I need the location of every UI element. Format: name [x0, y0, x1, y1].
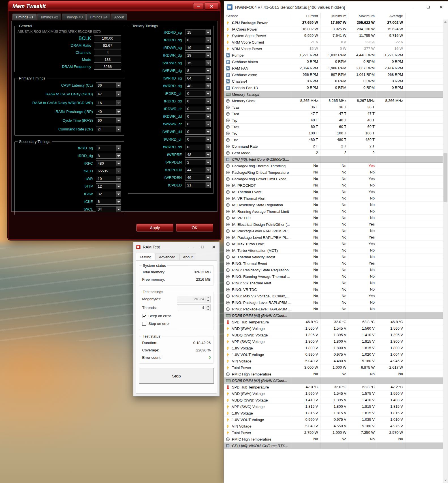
- timing-combobox[interactable]: 44: [185, 167, 211, 173]
- checkbox-row[interactable]: Stop on error: [139, 320, 214, 327]
- hwinfo-titlebar[interactable]: HWiNFO64 v7.41-5015 Sensor Status [406 v…: [224, 1, 448, 13]
- sensor-row[interactable]: Gehäuse hinten 0 RPM 0 RPM 0 RPM 0 RPM: [224, 59, 443, 65]
- timing-combobox[interactable]: 8: [96, 145, 121, 151]
- chevron-down-icon[interactable]: [206, 45, 210, 50]
- chevron-down-icon[interactable]: [206, 60, 210, 66]
- column-header-maximum[interactable]: Maximum: [349, 13, 377, 19]
- sensor-row[interactable]: VDD (SWA) Voltage 1.560 V 1.545 V 1.560 …: [224, 325, 443, 332]
- timing-combobox[interactable]: 48: [185, 83, 211, 89]
- sensor-row[interactable]: Gehäuse vorne 956 RPM 907 RPM 1,061 RPM …: [224, 72, 443, 78]
- sensor-row[interactable]: IA: Package-Level RAPL/PBM PL2... No No …: [224, 234, 443, 241]
- sensor-row[interactable]: IA: Thermal Event No No Yes: [224, 189, 443, 195]
- sensor-row[interactable]: VDD (SWA) Voltage 1.560 V 1.545 V 1.575 …: [224, 390, 443, 397]
- stepper-down-icon[interactable]: [206, 308, 210, 311]
- sensor-row[interactable]: IA: PROCHOT No No No: [224, 182, 443, 189]
- memtweakit-tab[interactable]: Timings #2: [37, 14, 61, 20]
- chevron-down-icon[interactable]: [206, 106, 210, 111]
- timing-combobox[interactable]: 49: [185, 175, 211, 181]
- sensor-row[interactable]: Tcas 36 T 36 T 36 T: [224, 104, 443, 111]
- chevron-down-icon[interactable]: [206, 183, 210, 188]
- timing-combobox[interactable]: 15: [185, 29, 211, 35]
- timing-combobox[interactable]: 36: [96, 82, 121, 88]
- chevron-down-icon[interactable]: [206, 114, 210, 119]
- timing-combobox[interactable]: 0: [185, 144, 211, 150]
- timing-combobox[interactable]: 21: [185, 182, 211, 188]
- sensor-row[interactable]: PMIC High Temperature No No No No: [224, 436, 443, 443]
- timing-combobox[interactable]: 47: [96, 91, 121, 97]
- chevron-down-icon[interactable]: [206, 68, 210, 73]
- sensor-row[interactable]: DDR5 DIMM [#0] (BANK 0/Cont...: [224, 312, 443, 319]
- sensor-row[interactable]: 1.8V Voltage 1.800 V 1.800 V 1.815 V 1.8…: [224, 345, 443, 351]
- sensor-row[interactable]: Pumpe 1,271 RPM 1,032 RPM 4,440 RPM 1,27…: [224, 52, 443, 59]
- memtweakit-tab[interactable]: Timings #1: [12, 14, 37, 20]
- ramtest-titlebar[interactable]: RAM Test: [133, 242, 219, 252]
- sensor-row[interactable]: Command Rate 2 T 2 T 2 T: [224, 143, 443, 150]
- sensor-row[interactable]: IA: VR TDC No No No: [224, 215, 443, 221]
- chevron-down-icon[interactable]: [116, 161, 121, 166]
- sensor-row[interactable]: IA: Package-Level RAPL/PBM PL1 No No No: [224, 228, 443, 234]
- chevron-down-icon[interactable]: [116, 207, 121, 212]
- timing-combobox[interactable]: 0: [185, 113, 211, 119]
- megabytes-stepper[interactable]: [206, 296, 210, 302]
- chevron-down-icon[interactable]: [206, 160, 210, 165]
- column-header-minimum[interactable]: Minimum: [320, 13, 349, 19]
- hwinfo-minimize-button[interactable]: [409, 1, 422, 13]
- chevron-down-icon[interactable]: [206, 83, 210, 89]
- sensor-row[interactable]: Trc 100 T 100 T 100 T: [224, 130, 443, 137]
- sensor-row[interactable]: System Agent Power 9.959 W 7.641 W 11.75…: [224, 33, 443, 39]
- chevron-down-icon[interactable]: [206, 137, 210, 142]
- ramtest-tab[interactable]: Testing: [136, 253, 155, 260]
- chevron-down-icon[interactable]: [116, 109, 121, 114]
- sensor-row[interactable]: Gear Mode 2 2 2: [224, 150, 443, 156]
- timing-combobox[interactable]: 0: [185, 129, 211, 135]
- sensor-row[interactable]: 1.0V VOUT Voltage 0.990 V 0.975 V 1.020 …: [224, 351, 443, 358]
- chevron-down-icon[interactable]: [116, 83, 121, 88]
- timing-combobox[interactable]: 0: [185, 106, 211, 112]
- sensor-row[interactable]: VPP (SWC) Voltage 1.815 V 1.800 V 1.815 …: [224, 403, 443, 410]
- sensor-row[interactable]: RING: VR Thermal Alert No No No: [224, 280, 443, 286]
- chevron-down-icon[interactable]: [206, 144, 210, 150]
- chevron-down-icon[interactable]: [206, 53, 210, 58]
- timing-combobox[interactable]: 0: [185, 121, 211, 127]
- timing-combobox[interactable]: 480: [96, 160, 121, 166]
- sensor-row[interactable]: RING: Package-Level RAPL/PBM ... No No N…: [224, 306, 443, 312]
- sensor-row[interactable]: Chassis4 0 RPM 0 RPM 0 RPM 0 RPM: [224, 78, 443, 85]
- timing-combobox[interactable]: 19: [185, 45, 211, 51]
- sensor-row[interactable]: IA: Thermal Velocity Boost No No No: [224, 254, 443, 260]
- sensor-row[interactable]: Memory Timings: [224, 91, 443, 98]
- chevron-down-icon[interactable]: [116, 191, 121, 197]
- timing-combobox[interactable]: 64: [185, 75, 211, 81]
- timing-combobox[interactable]: 2: [185, 159, 211, 165]
- checkbox[interactable]: [142, 322, 146, 326]
- timing-combobox[interactable]: 60: [96, 117, 121, 123]
- timing-combobox[interactable]: 0: [185, 98, 211, 104]
- sensor-row[interactable]: Total Power 2.750 W 1.000 W 7.250 W 2.57…: [224, 430, 443, 436]
- chevron-down-icon[interactable]: [116, 100, 121, 106]
- chevron-down-icon[interactable]: [116, 184, 121, 189]
- apply-button[interactable]: Apply: [136, 224, 173, 231]
- stop-button[interactable]: Stop: [139, 368, 214, 384]
- sensor-row[interactable]: RING: Residency State Regulation No No N…: [224, 267, 443, 273]
- vertical-scrollbar[interactable]: [443, 20, 448, 483]
- scrollbar-thumb[interactable]: [443, 153, 447, 202]
- chevron-down-icon[interactable]: [206, 175, 210, 180]
- sensor-row[interactable]: RING: Running Average Thermal ... No No …: [224, 273, 443, 280]
- timing-combobox[interactable]: 65535: [96, 168, 121, 174]
- column-header-sensor[interactable]: Sensor: [224, 13, 292, 19]
- chevron-down-icon[interactable]: [206, 76, 210, 81]
- chevron-down-icon[interactable]: [116, 168, 121, 174]
- sensor-row[interactable]: VPP (SWC) Voltage 1.800 V 1.800 V 1.815 …: [224, 338, 443, 345]
- chevron-down-icon[interactable]: [206, 129, 210, 134]
- sensor-row[interactable]: RING: Max VR Voltage, ICCmax,... No No Y…: [224, 293, 443, 299]
- timing-combobox[interactable]: 8: [185, 37, 211, 43]
- timing-combobox[interactable]: 15: [185, 60, 211, 66]
- scroll-up-icon[interactable]: [443, 20, 448, 24]
- timing-combobox[interactable]: 16: [96, 100, 121, 106]
- chevron-down-icon[interactable]: [206, 91, 210, 96]
- chevron-down-icon[interactable]: [116, 91, 121, 97]
- sensor-row[interactable]: GPU [#0]: NVIDIA GeForce RTX...: [224, 443, 443, 449]
- timing-combobox[interactable]: 8: [96, 153, 121, 159]
- stepper-down-icon[interactable]: [206, 299, 210, 302]
- sensor-row[interactable]: SPD Hub Temperature 47.0 °C 32.0 °C 63.8…: [224, 384, 443, 390]
- chevron-down-icon[interactable]: [116, 153, 121, 158]
